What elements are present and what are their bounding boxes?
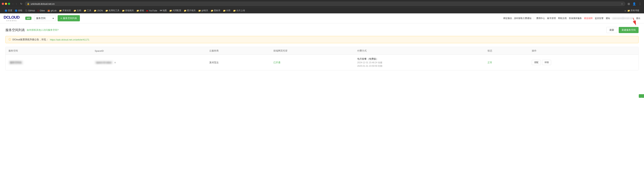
nav-link-help[interactable]: 帮助文档 [558,17,567,20]
bookmark-devcom[interactable]: 📁 开发社区 [58,8,72,13]
folder-icon-7: 📁 [136,10,139,12]
cell-space-name: 服务空间名 [6,55,92,70]
nav-arrows: ‹ › [12,2,18,6]
bookmark-youtube[interactable]: ▶ YouTube [146,9,158,12]
warning-icon: ⓘ [8,38,11,41]
nav-right-links: 绑定微信，及时获取欠费通知 | 费用中心 账号管理 帮助文档 答保测评服务 紧急… [503,17,640,20]
google-icon: 🔵 [15,10,18,12]
feedback-button[interactable]: 意见反馈 [639,94,644,98]
bookmark-email[interactable]: 📁 邮箱 [135,8,145,13]
page-title-area: 服务空间列表 如何授权其他人访问服务空间? [6,28,58,32]
cell-payment: 包月套餐（免费版） 2024-12-31 15:48:24 创建 2025-01… [354,55,485,70]
cell-hosting: 已开通 [270,55,354,70]
cell-cloud-provider: 支付宝云 [206,55,270,70]
nav-link-emergency[interactable]: 紧急报障 [584,17,593,20]
bookmark-gitee[interactable]: G Gitee [36,9,46,12]
detail-button[interactable]: 详情 [542,60,551,65]
gitee-icon: G [38,10,39,12]
col-header-cloud-provider: 云服务商 [206,47,270,55]
window-controls [2,3,10,5]
new-service-space-button[interactable]: 新建服务空间 [619,27,638,33]
table-header: 服务空间 SpaceID 云服务商 前端网页托管 付费方式 状态 操作 [6,47,638,55]
hosting-enabled-link[interactable]: 已开通 [274,61,280,64]
nav-link-logout[interactable]: 退出 [636,17,640,20]
folder-icon-12: 📁 [223,10,226,12]
address-bar[interactable]: 🔒 ☆ [25,2,626,6]
bookmark-frontend[interactable]: 📁 前端相关 [121,8,135,13]
profile-button[interactable]: 👤 [632,2,637,6]
main-content-area: 服务空间列表 如何授权其他人访问服务空间? 刷新 新建服务空间 [0,23,644,74]
bookmark-docs[interactable]: 📁 文档 [72,8,82,13]
folder-icon-13: 📁 [233,10,236,12]
copy-icon[interactable]: ⊕ [114,61,116,64]
notice-link[interactable]: https://ask.dcloud.net.cn/article/41171 [50,38,89,41]
bookmark-baidu[interactable]: 🔵 百度 [4,8,13,13]
bookmark-map[interactable]: 🗺 地图 [159,8,168,13]
browser-toolbar: ‹ › ↻ 🔒 ☆ ⊞ 👤 ⋮ [2,2,642,6]
settings-button[interactable]: ⋮ [638,2,642,6]
page-header: 服务空间列表 如何授权其他人访问服务空间? 刷新 新建服务空间 [6,27,638,33]
nav-link-monitoring[interactable]: 监控告警 [595,17,604,20]
url-input[interactable] [31,2,620,5]
maximize-button[interactable] [8,3,10,5]
cell-status: 正常 [485,55,529,70]
space-id-blurred: space-id-value [95,61,113,64]
refresh-button[interactable]: 刷新 [606,27,617,33]
space-selector-dropdown[interactable]: 服务空间 ▾ [34,16,56,21]
help-link[interactable]: 如何授权其他人访问服务空间? [27,28,58,32]
header-action-buttons: 刷新 新建服务空间 [606,27,638,33]
change-config-button[interactable]: 变配 [532,60,541,65]
refresh-button[interactable]: ↻ [19,2,23,6]
bookmark-images[interactable]: 📁 图片相关 [183,8,197,13]
bookmark-star-icon[interactable]: ☆ [621,2,623,5]
bookmark-json[interactable]: 📁 JSON [93,9,104,12]
folder-icon-6: 📁 [122,10,125,12]
extensions-button[interactable]: ⊞ [627,2,631,6]
bookmark-github[interactable]: ⚫ GitHub [24,9,36,12]
bookmark-gitlab[interactable]: 🦊 gitLab [46,9,58,12]
folder-icon-9: 📁 [184,10,186,12]
cell-space-id: space-id-value ⊕ [92,55,206,70]
bookmark-icon-lib[interactable]: 📁 图标库 [210,8,222,13]
table-body: 服务空间名 space-id-value ⊕ 支付宝云 已开通 [6,55,638,70]
bookmark-all[interactable]: 📁 所有书签 [626,8,640,13]
bookmark-upload[interactable]: 📁 分片上传 [232,8,246,13]
bookmark-tools[interactable]: 📁 工具 [82,8,92,13]
folder-icon-5: 📁 [105,10,108,12]
youtube-icon: ▶ [146,10,148,12]
col-header-hosting: 前端网页托管 [270,47,354,55]
bookmarks-bar: 🔵 百度 🔵 谷歌 ⚫ GitHub G Gitee 🦊 gitLab 📁 开发… [2,8,642,14]
back-button[interactable]: ‹ [12,2,14,6]
nav-link-evaluation[interactable]: 答保测评服务 [569,17,582,20]
bookmark-proxy[interactable]: 📁 代理配置 [168,8,182,13]
folder-icon-4: 📁 [94,10,96,12]
close-button[interactable] [2,3,4,5]
nav-link-bind-wechat[interactable]: 绑定微信，及时获取欠费通知 [503,17,532,20]
status-badge: 正常 [488,61,492,64]
service-space-table-container: 服务空间 SpaceID 云服务商 前端网页托管 付费方式 状态 操作 服务空间… [6,47,638,70]
nav-link-billing[interactable]: 费用中心 [536,17,545,20]
folder-icon-2: 📁 [74,10,76,12]
bookmark-ui-lib[interactable]: 📁 UI库 [222,8,232,13]
forward-button[interactable]: › [15,2,18,6]
nav-link-account[interactable]: 账号管理 [547,17,556,20]
col-header-status: 状态 [485,47,529,55]
page-content: DCLOUD 为开发者而生 uni 服务空间 ▾ 服务空间列表 绑定微信，及时获… [0,14,644,192]
uni-badge: uni [25,17,32,20]
baidu-icon: 🔵 [5,10,8,12]
bookmark-utility-tools[interactable]: 📁 实用性工具 [104,8,120,13]
bookmark-git[interactable]: 📁 git相关 [197,8,209,13]
col-header-space-name: 服务空间 [6,47,92,55]
service-list-button[interactable]: 服务空间列表 [58,15,80,21]
map-icon: 🗺 [160,10,162,12]
page-title: 服务空间列表 [6,28,25,32]
folder-icon-11: 📁 [211,10,214,12]
bookmark-google[interactable]: 🔵 谷歌 [14,8,24,13]
col-header-actions: 操作 [529,47,638,55]
nav-link-notification[interactable]: 通知 [606,17,610,20]
expired-date: 2025-01-31 23:59:59 到期 [357,64,482,68]
table-row: 服务空间名 space-id-value ⊕ 支付宝云 已开通 [6,55,638,70]
more-bookmarks-icon[interactable]: » [624,9,626,12]
minimize-button[interactable] [5,3,7,5]
notice-bar: ⓘ DCloud发票系统升级公告，详见： https://ask.dcloud.… [6,36,638,43]
